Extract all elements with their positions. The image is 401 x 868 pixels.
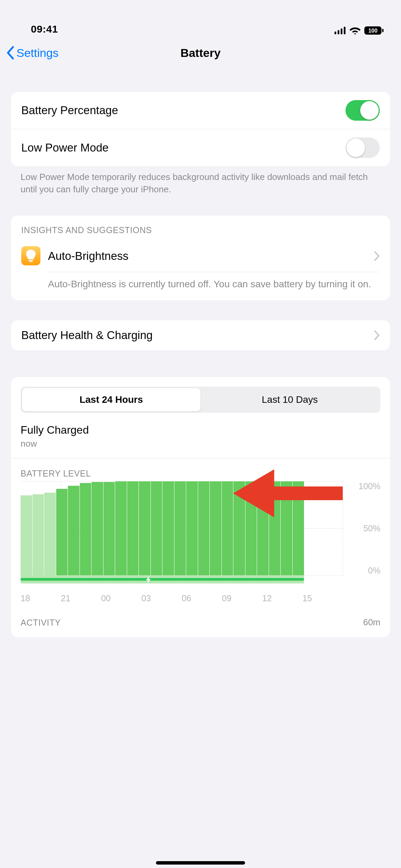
bolt-icon xyxy=(145,576,152,583)
battery-percentage-toggle[interactable] xyxy=(345,100,380,121)
chart-bar xyxy=(162,481,174,576)
chart-bar xyxy=(174,481,186,576)
battery-level-label: BATTERY LEVEL xyxy=(21,469,380,479)
ylabel-100: 100% xyxy=(359,481,380,491)
page-title: Battery xyxy=(0,46,401,60)
home-indicator xyxy=(156,861,245,865)
chart-bar xyxy=(44,493,56,576)
chart-bar xyxy=(68,486,80,575)
x-tick: 06 xyxy=(182,593,222,603)
insights-header: Insights and Suggestions xyxy=(11,216,390,239)
battery-percentage-row[interactable]: Battery Percentage xyxy=(11,92,390,129)
svg-rect-0 xyxy=(335,32,336,34)
charge-status-title: Fully Charged xyxy=(21,424,380,436)
x-tick: 03 xyxy=(142,593,182,603)
power-settings-group: Battery Percentage Low Power Mode xyxy=(11,92,390,166)
wifi-icon xyxy=(350,26,361,35)
chart-bar xyxy=(269,481,281,576)
time-range-segmented[interactable]: Last 24 Hours Last 10 Days xyxy=(21,387,380,413)
auto-brightness-desc: Auto-Brightness is currently turned off.… xyxy=(48,272,380,300)
chart-bar xyxy=(233,481,245,576)
status-time: 09:41 xyxy=(17,23,58,35)
auto-brightness-row[interactable]: Auto-Brightness Auto-Brightness is curre… xyxy=(11,239,390,300)
activity-max-label: 60m xyxy=(363,617,380,628)
insights-group: Insights and Suggestions Auto-Brightness… xyxy=(11,216,390,300)
x-tick: 21 xyxy=(61,593,101,603)
svg-rect-5 xyxy=(382,29,384,32)
tab-last-24h[interactable]: Last 24 Hours xyxy=(22,388,200,411)
svg-text:100: 100 xyxy=(368,28,378,34)
x-tick: 12 xyxy=(262,593,303,603)
chart-bar xyxy=(104,482,115,575)
svg-rect-8 xyxy=(29,261,33,262)
x-tick: 00 xyxy=(101,593,142,603)
battery-health-group: Battery Health & Charging xyxy=(11,320,390,350)
chart-bar xyxy=(257,481,269,576)
status-bar: 09:41 100 xyxy=(0,0,401,38)
low-power-mode-footer: Low Power Mode temporarily reduces backg… xyxy=(21,171,380,196)
chevron-right-icon xyxy=(374,251,380,261)
ylabel-50: 50% xyxy=(363,523,380,533)
chevron-left-icon xyxy=(6,46,14,60)
chart-bar xyxy=(222,481,233,576)
chart-bar xyxy=(115,481,127,576)
battery-health-row[interactable]: Battery Health & Charging xyxy=(11,320,390,350)
back-button[interactable]: Settings xyxy=(6,46,59,60)
low-power-mode-label: Low Power Mode xyxy=(21,141,345,154)
ylabel-0: 0% xyxy=(368,566,380,576)
chart-bar xyxy=(139,481,150,576)
auto-brightness-title: Auto-Brightness xyxy=(48,250,374,263)
x-tick: 18 xyxy=(21,593,61,603)
battery-level-chart: 1821000306091215 100% 50% 0% xyxy=(21,481,380,588)
chart-bar xyxy=(56,489,68,576)
usage-card: Last 24 Hours Last 10 Days Fully Charged… xyxy=(11,377,390,637)
chart-bar xyxy=(245,481,257,576)
low-power-mode-row[interactable]: Low Power Mode xyxy=(11,129,390,166)
divider xyxy=(11,458,390,458)
battery-icon: 100 xyxy=(364,26,384,35)
chevron-right-icon xyxy=(374,330,380,340)
svg-rect-3 xyxy=(344,27,345,34)
chart-bar xyxy=(186,481,198,576)
charging-strip xyxy=(21,575,304,583)
tab-last-10d[interactable]: Last 10 Days xyxy=(200,388,379,411)
back-label: Settings xyxy=(16,46,59,60)
svg-rect-1 xyxy=(338,30,339,34)
charge-status-sub: now xyxy=(21,438,380,449)
activity-label: ACTIVITY xyxy=(21,618,61,628)
lightbulb-icon xyxy=(21,246,40,265)
status-icons: 100 xyxy=(335,26,384,35)
chart-bar xyxy=(21,495,32,576)
chart-bar xyxy=(151,481,162,576)
low-power-mode-toggle[interactable] xyxy=(345,137,380,158)
x-tick: 15 xyxy=(303,593,343,603)
battery-percentage-label: Battery Percentage xyxy=(21,104,345,117)
cellular-icon xyxy=(335,27,346,34)
chart-bar xyxy=(293,481,304,576)
chart-bar xyxy=(210,481,221,576)
svg-rect-7 xyxy=(29,260,33,261)
chart-bar xyxy=(127,481,139,576)
x-tick: 09 xyxy=(222,593,263,603)
chart-bar xyxy=(92,482,103,575)
chart-bar xyxy=(281,481,292,576)
chart-bar xyxy=(80,483,92,576)
nav-bar: Settings Battery xyxy=(0,38,401,68)
svg-rect-2 xyxy=(341,28,342,34)
y-axis-labels: 100% 50% 0% xyxy=(343,481,380,588)
battery-health-label: Battery Health & Charging xyxy=(21,329,374,342)
chart-bar xyxy=(33,494,44,576)
chart-bar xyxy=(198,481,210,576)
